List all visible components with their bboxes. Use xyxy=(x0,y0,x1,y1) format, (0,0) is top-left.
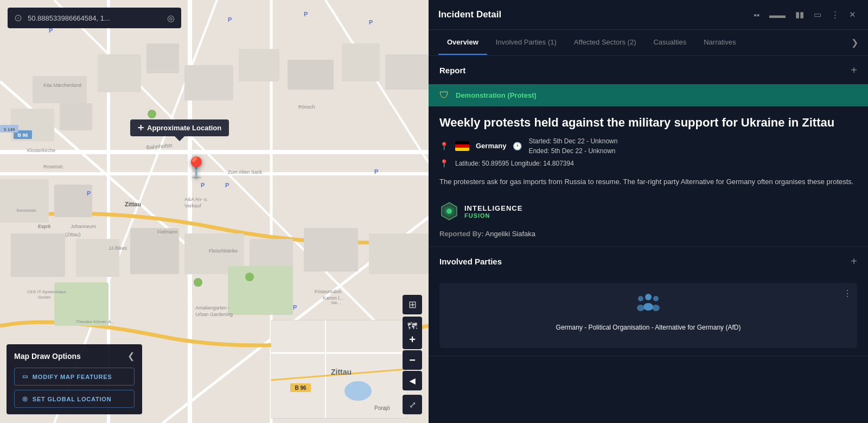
panel-content: Report + 🛡 Demonstration (Protest) Weekl… xyxy=(429,56,868,423)
map-draw-toggle[interactable]: ❮ xyxy=(127,351,135,361)
svg-text:P: P xyxy=(369,19,373,26)
tab-overview[interactable]: Overview xyxy=(438,30,487,55)
incident-description: The protesters ask for gas imports from … xyxy=(429,174,868,197)
svg-rect-31 xyxy=(228,266,293,315)
pin-icon: 📍 xyxy=(183,157,209,178)
report-section: Report + 🛡 Demonstration (Protest) Weekl… xyxy=(429,56,868,247)
svg-text:CES IT-Systemhaus: CES IT-Systemhaus xyxy=(27,289,66,294)
svg-point-81 xyxy=(245,273,254,281)
map-draw-options-panel: Map Draw Options ❮ ▭ MODIFY MAP FEATURES… xyxy=(7,344,142,414)
more-options-icon[interactable]: ⋮ xyxy=(829,8,841,22)
svg-text:Urban Gardening: Urban Gardening xyxy=(195,312,233,317)
incident-detail-panel: Incident Detail ▪▪ ▬▬ ▮▮ ▭ ⋮ ✕ Overview … xyxy=(429,0,868,423)
country-row: 📍 Germany 🕐 Started: 5th Dec 22 - Unknow… xyxy=(439,136,857,156)
tab-casualties[interactable]: Casualties xyxy=(644,30,695,55)
involved-parties-title: Involved Parties xyxy=(439,257,502,266)
party-name: Germany - Political Organisation - Alter… xyxy=(556,323,741,332)
svg-rect-16 xyxy=(54,185,92,217)
panel-header: Incident Detail ▪▪ ▬▬ ▮▮ ▭ ⋮ ✕ xyxy=(429,0,868,30)
set-global-location-button[interactable]: ◎ SET GLOBAL LOCATION xyxy=(14,390,135,408)
svg-text:P: P xyxy=(228,16,232,23)
fullscreen-button[interactable]: ⤢ xyxy=(403,395,422,414)
incident-type-bar: 🛡 Demonstration (Protest) xyxy=(429,84,868,106)
svg-rect-30 xyxy=(369,233,429,274)
svg-text:Theodor-Körner-A...: Theodor-Körner-A... xyxy=(76,319,114,324)
panel-tabs: Overview Involved Parties (1) Affected S… xyxy=(429,30,868,56)
intel-name: INTELLIGENCE xyxy=(464,204,522,212)
svg-text:Kita Märchenland: Kita Märchenland xyxy=(43,83,81,88)
coords-row: 📍 Latitude: 50.89595 Longitude: 14.80739… xyxy=(439,159,857,168)
involved-parties-section: Involved Parties + ⋮ Ge xyxy=(429,247,868,356)
svg-text:Rosenstr.: Rosenstr. xyxy=(43,164,64,169)
svg-text:P: P xyxy=(374,168,378,175)
layers-button[interactable]: ⊞ xyxy=(403,295,422,314)
panel-title: Incident Detail xyxy=(438,9,501,20)
svg-rect-29 xyxy=(304,228,358,272)
svg-rect-17 xyxy=(98,54,141,92)
svg-text:Klosterkirche: Klosterkirche xyxy=(27,148,55,153)
svg-text:Rönsch: Rönsch xyxy=(298,104,315,110)
grid-icon[interactable]: ▪▪ xyxy=(751,8,762,22)
tab-involved-parties[interactable]: Involved Parties (1) xyxy=(487,30,565,55)
report-add-button[interactable]: + xyxy=(851,65,857,75)
map-pin: 📍 xyxy=(183,157,209,179)
map-draw-header: Map Draw Options ❮ xyxy=(14,351,135,361)
search-icon: ⊙ xyxy=(14,12,22,24)
target-icon[interactable]: ◎ xyxy=(167,13,175,23)
north-arrow-button[interactable]: ◂ xyxy=(403,371,422,390)
expand-icon[interactable]: ▭ xyxy=(812,8,824,22)
svg-rect-15 xyxy=(0,179,49,223)
map-container: Zittau B 96 Porajó Bahnhofstr. Rosenstr.… xyxy=(0,0,429,423)
incident-meta: 📍 Germany 🕐 Started: 5th Dec 22 - Unknow… xyxy=(429,136,868,174)
intelligence-fusion-logo: INTELLIGENCE FUSION xyxy=(429,196,868,226)
svg-point-90 xyxy=(653,296,659,301)
svg-rect-21 xyxy=(288,60,334,90)
zoom-out-button[interactable]: − xyxy=(403,350,422,370)
svg-text:JJ-Bikes: JJ-Bikes xyxy=(108,245,127,251)
modify-map-features-button[interactable]: ▭ MODIFY MAP FEATURES xyxy=(14,368,135,386)
map-search-bar[interactable]: ⊙ 50.888533986664584, 1... ◎ xyxy=(8,8,181,28)
svg-text:GmbH: GmbH xyxy=(38,295,50,300)
protest-icon: 🛡 xyxy=(439,90,449,101)
svg-rect-25 xyxy=(76,239,119,277)
svg-text:P: P xyxy=(293,304,297,311)
coords-icon: 📍 xyxy=(439,159,449,168)
svg-text:Johanneum: Johanneum xyxy=(71,224,96,229)
svg-point-80 xyxy=(148,110,156,118)
columns-icon[interactable]: ▮▮ xyxy=(793,8,806,22)
map-draw-title: Map Draw Options xyxy=(14,352,81,361)
panel-header-actions: ▪▪ ▬▬ ▮▮ ▭ ⋮ ✕ xyxy=(751,8,858,22)
tab-scroll-right[interactable]: ❯ xyxy=(851,30,858,55)
svg-point-82 xyxy=(194,278,202,287)
party-card: ⋮ Germany - Political Organisation - Alt… xyxy=(439,283,857,348)
svg-point-91 xyxy=(652,305,660,311)
tab-narratives[interactable]: Narratives xyxy=(695,30,744,55)
intel-sub: FUSION xyxy=(464,212,522,219)
svg-point-87 xyxy=(643,303,653,311)
tab-affected-sectors[interactable]: Affected Sectors (2) xyxy=(565,30,645,55)
svg-text:Zittau: Zittau xyxy=(125,201,141,207)
clock-icon: 🕐 xyxy=(513,142,522,150)
party-card-menu[interactable]: ⋮ xyxy=(843,288,852,299)
coords-text: Latitude: 50.89595 Longitude: 14.807394 xyxy=(455,160,574,167)
country-name: Germany xyxy=(476,142,506,150)
time-text: Started: 5th Dec 22 - Unknown Ended: 5th… xyxy=(528,136,617,156)
party-group-icon xyxy=(635,292,661,318)
svg-text:P: P xyxy=(87,190,91,197)
svg-text:P: P xyxy=(304,11,308,17)
svg-rect-18 xyxy=(146,43,179,73)
involved-parties-add-button[interactable]: + xyxy=(851,256,857,267)
svg-rect-24 xyxy=(11,233,65,277)
svg-text:Fielmann: Fielmann xyxy=(157,229,177,235)
svg-text:Zittau: Zittau xyxy=(331,368,352,376)
close-icon[interactable]: ✕ xyxy=(847,8,858,22)
svg-text:Porajó: Porajó xyxy=(374,405,390,411)
svg-text:Friseursalon: Friseursalon xyxy=(315,289,342,294)
modify-icon: ▭ xyxy=(22,373,28,380)
list-icon[interactable]: ▬▬ xyxy=(767,8,788,22)
report-section-title: Report xyxy=(439,66,465,75)
zoom-in-button[interactable]: + xyxy=(403,330,422,349)
report-section-header: Report + xyxy=(429,56,868,84)
svg-text:B 96: B 96 xyxy=(295,385,307,391)
svg-point-88 xyxy=(638,296,643,301)
